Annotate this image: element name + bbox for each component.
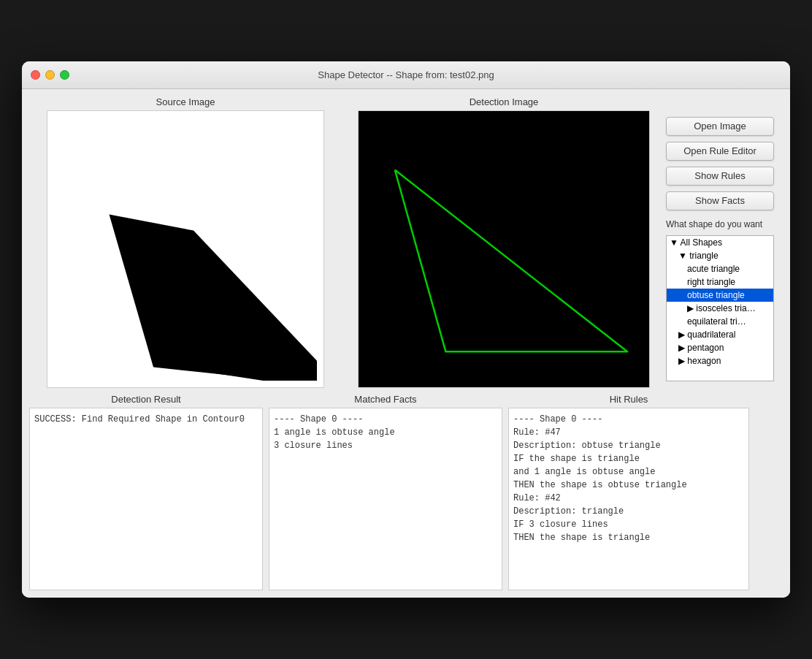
detection-result-text: SUCCESS: Find Required Shape in Contour0 (34, 414, 245, 424)
sidebar: Open Image Open Rule Editor Show Rules S… (666, 96, 783, 388)
matched-facts-text: ---- Shape 0 ---- 1 angle is obtuse angl… (274, 414, 395, 451)
main-content: Source Image Detection Image (22, 89, 790, 598)
source-label: Source Image (156, 96, 215, 107)
tree-item-pentagon[interactable]: ▶ pentagon (667, 341, 773, 354)
open-rule-editor-button[interactable]: Open Rule Editor (666, 142, 774, 161)
source-image-box (47, 110, 324, 388)
tree-item-hexagon[interactable]: ▶ hexagon (667, 354, 773, 367)
tree-item-obtuse-triangle[interactable]: obtuse triangle (667, 289, 773, 302)
bottom-section: Detection Result SUCCESS: Find Required … (29, 394, 783, 590)
svg-rect-2 (359, 112, 649, 386)
tree-item-right-triangle[interactable]: right triangle (667, 275, 773, 289)
show-facts-button[interactable]: Show Facts (666, 191, 774, 210)
tree-item-acute-triangle[interactable]: acute triangle (667, 262, 773, 275)
hit-rules-panel: Hit Rules ---- Shape 0 ---- Rule: #47 De… (508, 394, 749, 590)
hit-rules-box: ---- Shape 0 ---- Rule: #47 Description:… (508, 408, 749, 590)
detection-result-box: SUCCESS: Find Required Shape in Contour0 (29, 408, 263, 590)
tree-item-isosceles-triangle[interactable]: ▶ isosceles tria… (667, 302, 773, 315)
detection-image-panel: Detection Image (348, 96, 660, 388)
open-image-button[interactable]: Open Image (666, 117, 774, 136)
top-section: Source Image Detection Image (29, 96, 783, 388)
main-window: Shape Detector -- Shape from: test02.png… (22, 61, 790, 598)
svg-marker-1 (120, 235, 317, 381)
shape-selector-label: What shape do you want (666, 219, 783, 229)
tree-item-quadrilateral[interactable]: ▶ quadrilateral (667, 328, 773, 341)
matched-facts-label: Matched Facts (269, 394, 502, 405)
window-title: Shape Detector -- Shape from: test02.png (318, 69, 494, 80)
minimize-button[interactable] (45, 70, 55, 80)
hit-rules-text: ---- Shape 0 ---- Rule: #47 Description:… (513, 414, 687, 543)
tree-item-triangle[interactable]: ▼ triangle (667, 249, 773, 262)
detection-image-svg (359, 111, 649, 387)
shape-tree[interactable]: ▼ All Shapes▼ triangleacute trianglerigh… (666, 235, 774, 381)
detection-result-label: Detection Result (29, 394, 263, 405)
matched-facts-box: ---- Shape 0 ---- 1 angle is obtuse angl… (269, 408, 502, 590)
show-rules-button[interactable]: Show Rules (666, 167, 774, 186)
detection-label: Detection Image (470, 96, 539, 107)
hit-rules-label: Hit Rules (508, 394, 749, 405)
maximize-button[interactable] (60, 70, 69, 80)
tree-item-all-shapes[interactable]: ▼ All Shapes (667, 236, 773, 249)
source-image-panel: Source Image (29, 96, 342, 388)
close-button[interactable] (31, 70, 40, 80)
tree-item-equilateral-triangle[interactable]: equilateral tri… (667, 315, 773, 328)
traffic-lights (31, 70, 69, 80)
source-image-svg (54, 118, 317, 381)
detection-result-panel: Detection Result SUCCESS: Find Required … (29, 394, 263, 590)
detection-image-box (358, 110, 650, 388)
matched-facts-panel: Matched Facts ---- Shape 0 ---- 1 angle … (269, 394, 502, 590)
titlebar: Shape Detector -- Shape from: test02.png (22, 61, 790, 89)
